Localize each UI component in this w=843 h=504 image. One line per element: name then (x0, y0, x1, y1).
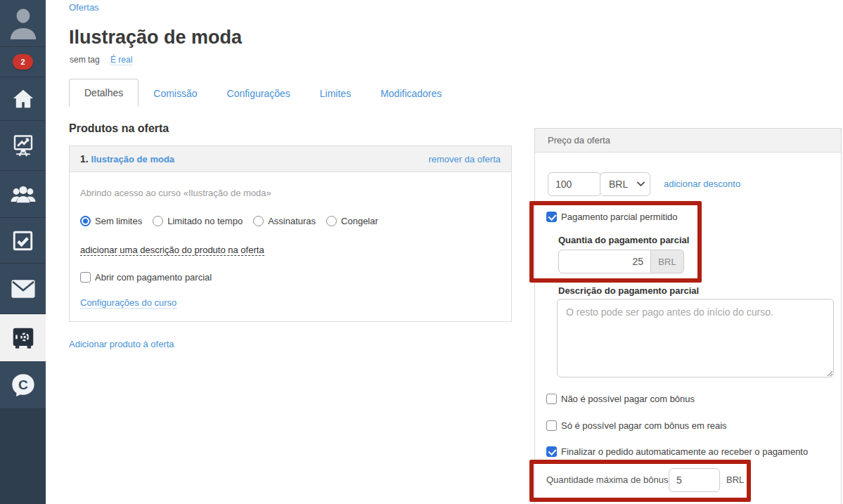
radio-label: Congelar (341, 216, 378, 226)
partial-payment-allowed-checkbox[interactable]: Pagamento parcial permitido (546, 212, 677, 222)
radio-assinaturas[interactable]: Assinaturas (253, 216, 316, 226)
max-bonus-currency: BRL (726, 474, 744, 485)
page-title: Ilustração de moda (69, 27, 242, 49)
sidebar-item-users[interactable] (0, 171, 46, 218)
checkbox-label: Pagamento parcial permitido (561, 212, 677, 222)
remove-from-offer-link[interactable]: remover da oferta (428, 154, 501, 164)
radio-label: Limitado no tempo (167, 216, 243, 226)
product-card: 1. Ilustração de moda remover da oferta … (69, 146, 512, 322)
partial-description-textarea[interactable] (557, 299, 834, 377)
tab-configuracoes[interactable]: Configurações (212, 80, 305, 107)
checkbox-indicator[interactable] (546, 420, 557, 431)
sidebar-item-notifications[interactable]: 2 (0, 47, 46, 77)
radio-label: Assinaturas (268, 216, 316, 226)
add-discount-link[interactable]: adicionar desconto (664, 179, 740, 189)
tag-status: sem tag (70, 55, 100, 65)
sidebar: 2 C (0, 0, 46, 504)
checkbox-label: Não é possível pagar com bônus (561, 394, 695, 404)
price-input[interactable] (548, 172, 601, 196)
currency-select[interactable]: BRL (600, 172, 650, 196)
sidebar-item-home[interactable] (0, 77, 46, 121)
product-title-link[interactable]: Ilustração de moda (91, 154, 174, 164)
add-product-description-link[interactable]: adicionar uma descrição do produto na of… (80, 245, 264, 256)
product-access-description: Abrindo acesso ao curso «Ilustração de m… (80, 188, 501, 198)
partial-amount-label: Quantia do pagamento parcial (558, 235, 689, 245)
checkbox-indicator[interactable] (546, 212, 557, 222)
max-bonus-label: Quantidade máxima de bônus (546, 474, 668, 485)
product-number: 1. (80, 153, 89, 164)
sidebar-item-mail[interactable] (0, 264, 46, 314)
people-icon (10, 182, 37, 206)
breadcrumb-ofertas[interactable]: Ofertas (69, 2, 99, 13)
checkbox-indicator[interactable] (80, 272, 91, 283)
radio-label: Sem limites (95, 216, 142, 226)
offer-meta: sem tag É real (70, 55, 132, 65)
product-card-body: Abrindo acesso ao curso «Ilustração de m… (70, 172, 511, 321)
sidebar-item-chat[interactable]: C (0, 362, 46, 409)
sidebar-item-tasks[interactable] (0, 218, 46, 264)
checkbox-indicator[interactable] (546, 446, 557, 457)
products-heading: Produtos na oferta (69, 122, 512, 135)
partial-amount-input[interactable] (558, 250, 651, 273)
product-card-header: 1. Ilustração de moda remover da oferta (70, 146, 511, 172)
partial-description-label: Descrição do pagamento parcial (558, 285, 699, 296)
price-panel-title: Preço da oferta (535, 129, 841, 153)
radio-indicator[interactable] (80, 216, 91, 226)
checkbox-label: Só é possível pagar com bônus em reais (561, 420, 727, 431)
radio-indicator[interactable] (326, 216, 337, 226)
tasks-checkbox-icon (11, 228, 35, 253)
tab-bar: Detalhes Comissão Configurações Limites … (69, 79, 456, 107)
access-limit-radios: Sem limites Limitado no tempo Assinatura… (80, 216, 501, 226)
checkbox-label: Finalizar o pedido automaticamente ao re… (561, 446, 808, 457)
sidebar-item-payments[interactable] (0, 314, 46, 362)
tab-modificadores[interactable]: Modificadores (366, 80, 456, 107)
radio-congelar[interactable]: Congelar (326, 216, 378, 226)
user-avatar-icon (6, 3, 41, 44)
price-panel: Preço da oferta BRL adicionar desconto P… (534, 128, 842, 504)
products-section: Produtos na oferta 1. Ilustração de moda… (69, 122, 512, 350)
course-settings-link[interactable]: Configurações do curso (80, 297, 176, 309)
home-icon (11, 86, 36, 112)
only-bonus-reais-checkbox[interactable]: Só é possível pagar com bônus em reais (546, 420, 727, 431)
chat-logo-icon: C (9, 371, 37, 399)
mail-icon (10, 278, 37, 299)
radio-indicator[interactable] (153, 216, 163, 226)
notification-badge: 2 (13, 54, 33, 70)
safe-vault-icon (10, 325, 37, 351)
tab-comissao[interactable]: Comissão (139, 80, 212, 107)
analytics-easel-icon (11, 132, 36, 159)
tab-detalhes[interactable]: Detalhes (69, 79, 139, 107)
product-title: 1. Ilustração de moda (80, 153, 174, 164)
open-with-partial-payment-checkbox[interactable]: Abrir com pagamento parcial (80, 272, 501, 283)
radio-sem-limites[interactable]: Sem limites (80, 216, 142, 226)
auto-finalize-checkbox[interactable]: Finalizar o pedido automaticamente ao re… (546, 446, 808, 457)
radio-limitado-no-tempo[interactable]: Limitado no tempo (153, 216, 243, 226)
max-bonus-input[interactable] (669, 468, 720, 492)
currency-select-wrap: BRL (600, 172, 650, 196)
sidebar-item-profile[interactable] (0, 0, 46, 47)
checkbox-indicator[interactable] (546, 394, 557, 404)
add-product-to-offer-link[interactable]: Adicionar produto à oferta (69, 339, 174, 349)
is-real-link[interactable]: É real (110, 55, 132, 65)
no-bonus-checkbox[interactable]: Não é possível pagar com bônus (546, 394, 695, 404)
partial-amount-group: BRL (558, 250, 684, 273)
svg-text:C: C (18, 377, 28, 392)
checkbox-label: Abrir com pagamento parcial (95, 272, 212, 283)
sidebar-item-analytics[interactable] (0, 121, 46, 171)
radio-indicator[interactable] (253, 216, 264, 226)
partial-amount-currency-addon: BRL (651, 250, 684, 273)
tab-limites[interactable]: Limites (305, 80, 366, 107)
